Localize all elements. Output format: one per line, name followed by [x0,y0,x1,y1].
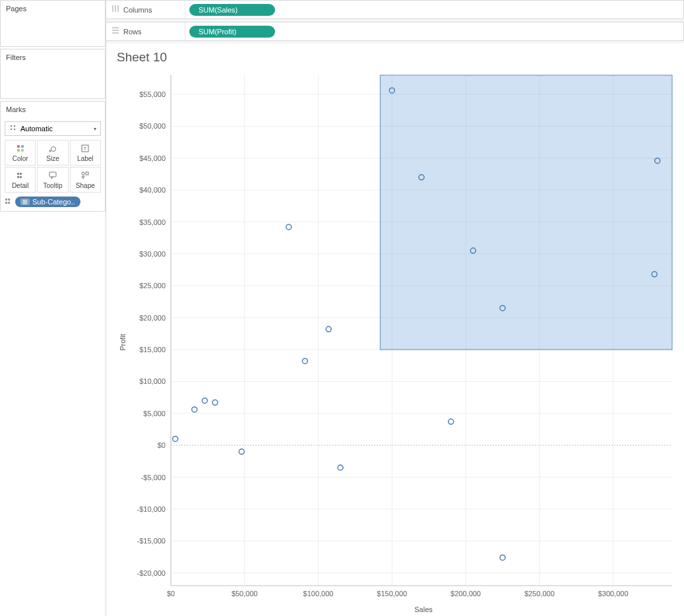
automatic-icon [9,124,17,133]
svg-text:$55,000: $55,000 [139,90,166,98]
detail-label: Detail [12,182,29,189]
svg-text:-$5,000: -$5,000 [141,474,166,481]
svg-text:$45,000: $45,000 [139,154,166,162]
pages-body[interactable] [1,16,105,46]
columns-shelf[interactable]: Columns SUM(Sales) [106,0,684,19]
svg-point-0 [11,125,13,127]
svg-text:-$10,000: -$10,000 [137,505,166,513]
pill-expand-icon: ⊞ [20,199,30,205]
svg-point-4 [16,145,19,148]
marks-tooltip-button[interactable]: Tooltip [37,167,68,193]
marks-type-dropdown[interactable]: Automatic ▾ [5,121,101,136]
filters-body[interactable] [1,65,105,98]
pages-panel: Pages [0,0,106,47]
caret-down-icon: ▾ [94,126,96,132]
svg-text:$5,000: $5,000 [143,410,166,417]
data-point[interactable] [202,398,207,403]
y-axis-label[interactable]: Profit [119,334,127,351]
data-point[interactable] [326,326,331,332]
subcategory-pill-label: Sub-Catego.. [32,198,75,206]
svg-rect-19 [5,199,7,200]
detail-icon [16,170,25,181]
size-icon [48,143,57,154]
svg-text:$15,000: $15,000 [139,346,166,354]
scatter-chart[interactable]: -$20,000-$15,000-$10,000-$5,000$0$5,000$… [111,69,679,616]
svg-text:$25,000: $25,000 [139,282,166,290]
label-icon: T [80,143,90,154]
svg-point-3 [14,129,16,131]
rows-shelf[interactable]: Rows SUM(Profit) [106,22,684,41]
color-icon [16,143,25,154]
svg-text:-$20,000: -$20,000 [137,569,166,577]
data-point[interactable] [338,465,343,470]
svg-text:-$15,000: -$15,000 [137,537,166,545]
label-label: Label [77,155,93,162]
svg-text:$50,000: $50,000 [232,590,258,598]
svg-point-7 [20,149,23,152]
svg-text:$200,000: $200,000 [451,590,481,598]
svg-rect-15 [20,176,22,178]
svg-rect-18 [86,172,88,175]
rows-pill[interactable]: SUM(Profit) [189,26,275,38]
svg-point-17 [82,172,84,175]
svg-rect-22 [8,202,10,204]
marks-panel: Marks Automatic ▾ Color [0,101,106,212]
tooltip-icon [48,170,57,181]
marks-color-button[interactable]: Color [5,140,36,166]
svg-rect-21 [5,202,7,204]
svg-text:$35,000: $35,000 [139,218,166,226]
marks-shape-button[interactable]: Shape [70,167,101,193]
marks-header: Marks [1,102,105,117]
rows-icon [111,26,119,36]
svg-text:$300,000: $300,000 [598,590,629,598]
svg-text:$50,000: $50,000 [139,122,166,130]
size-label: Size [46,155,59,162]
svg-text:$40,000: $40,000 [139,186,166,194]
columns-icon [111,5,119,15]
color-label: Color [13,155,28,162]
sheet-title[interactable]: Sheet 10 [117,50,679,65]
marks-label-button[interactable]: T Label [70,140,101,166]
pages-header: Pages [1,1,105,16]
svg-text:$0: $0 [158,441,166,449]
svg-point-9 [51,147,55,152]
filters-panel: Filters [0,49,106,99]
sheet-area: Sheet 10 Profit -$20,000-$15,000-$10,000… [106,44,684,616]
x-axis-label[interactable]: Sales [414,605,433,613]
data-point[interactable] [449,419,454,424]
svg-text:$30,000: $30,000 [139,250,166,258]
svg-text:T: T [84,146,87,152]
columns-pill[interactable]: SUM(Sales) [189,4,275,16]
marks-detail-button[interactable]: Detail [5,167,36,193]
selection-box[interactable] [380,75,672,350]
shape-icon [80,170,90,181]
data-point[interactable] [302,358,307,363]
data-point[interactable] [239,449,244,454]
filters-header: Filters [1,49,105,65]
data-point[interactable] [286,224,292,230]
data-point[interactable] [500,555,505,560]
marks-size-button[interactable]: Size [37,140,68,166]
detail-row-icon [5,197,13,206]
data-point[interactable] [173,436,178,441]
svg-text:$20,000: $20,000 [139,314,166,322]
detail-pill-row: ⊞ Sub-Catego.. [5,197,101,207]
svg-point-8 [49,150,51,152]
svg-text:$10,000: $10,000 [139,377,166,385]
svg-point-1 [14,125,16,127]
svg-text:$0: $0 [167,590,175,598]
svg-rect-13 [20,173,22,175]
svg-text:$250,000: $250,000 [524,590,555,598]
subcategory-pill[interactable]: ⊞ Sub-Catego.. [15,197,80,207]
svg-rect-20 [8,199,10,200]
svg-point-2 [11,129,13,131]
svg-rect-12 [17,173,19,175]
svg-text:$100,000: $100,000 [303,590,334,598]
svg-rect-16 [49,172,56,177]
data-point[interactable] [212,400,218,405]
svg-text:$150,000: $150,000 [377,590,407,598]
svg-rect-14 [17,176,19,178]
svg-point-6 [16,149,19,152]
data-point[interactable] [192,407,197,412]
marks-dropdown-label: Automatic [20,125,53,133]
